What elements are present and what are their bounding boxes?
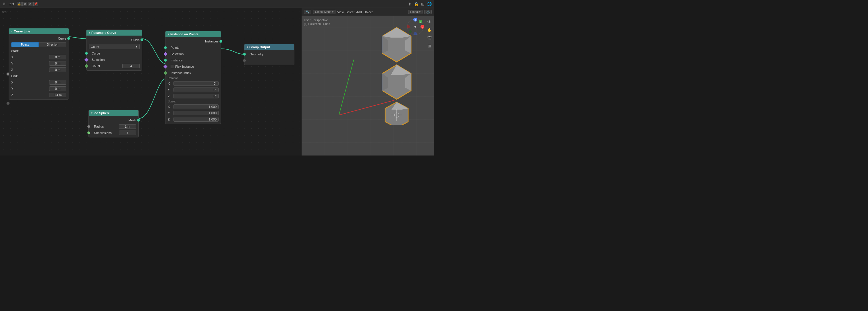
group-geometry-row: Geometry bbox=[244, 51, 294, 57]
viewport-tool-icon[interactable]: 🔧 bbox=[304, 10, 311, 14]
tab-copy-btn[interactable]: ⧉ bbox=[22, 2, 27, 6]
tab-close-btn[interactable]: ✕ bbox=[28, 2, 32, 6]
tab-points[interactable]: Points bbox=[11, 42, 39, 47]
scale-y-input[interactable]: 1.000 bbox=[174, 111, 219, 115]
end-y-input[interactable]: 0 m bbox=[49, 87, 66, 91]
topbar-icon-1[interactable]: ⬆ bbox=[408, 2, 412, 6]
instance-points-row: Points bbox=[165, 44, 221, 51]
instance-pick-socket bbox=[163, 65, 167, 69]
ico-body: Mesh Radius 1 m Subdivisions 1 bbox=[89, 116, 138, 137]
start-label-row: Start: bbox=[9, 47, 69, 54]
end-label-row: End: bbox=[9, 73, 69, 79]
viewport-collection-label: (1) Collection | Cube bbox=[304, 22, 330, 26]
scale-z-row: Z 1.000 bbox=[165, 116, 221, 123]
global-label: Global bbox=[410, 10, 418, 13]
rotation-x-label: X bbox=[168, 82, 174, 85]
svg-point-23 bbox=[407, 25, 410, 28]
rotation-z-input[interactable]: 0° bbox=[174, 94, 219, 98]
tab-controls: 🔒 ⧉ ✕ 📌 bbox=[17, 2, 38, 6]
svg-point-24 bbox=[409, 30, 412, 33]
scale-x-label: X bbox=[168, 105, 174, 108]
object-menu[interactable]: Object bbox=[364, 10, 373, 14]
overlay-icon-4[interactable]: ⊞ bbox=[426, 42, 433, 49]
global-dropdown[interactable]: Global ▾ bbox=[408, 10, 423, 14]
snap-btn[interactable]: ⚓ bbox=[424, 10, 432, 14]
end-x-row: X 0 m bbox=[9, 79, 69, 85]
ico-sphere-render bbox=[365, 25, 428, 125]
start-x-input[interactable]: 0 m bbox=[49, 55, 66, 59]
topbar-icon-4[interactable]: 🌐 bbox=[427, 2, 432, 6]
tab-pin-btn[interactable]: 📌 bbox=[33, 2, 38, 6]
object-mode-dropdown[interactable]: Object Mode ▾ bbox=[313, 10, 336, 14]
instance-index-label: Instance Index bbox=[168, 71, 191, 75]
viewport: 🔧 Object Mode ▾ View Select Add Object G… bbox=[302, 8, 434, 156]
instance-out-label: Instances bbox=[205, 40, 219, 43]
topbar-icon-2[interactable]: 🔒 bbox=[414, 2, 419, 6]
node-group-output: ▾ Group Output Geometry bbox=[244, 44, 294, 65]
group-output-body: Geometry bbox=[244, 50, 294, 65]
node-instance-on-points: ▾ Instance on Points Instances Points Se… bbox=[165, 31, 221, 124]
end-z-row: Z 3.4 m bbox=[9, 92, 69, 98]
chevron-icon: ▾ bbox=[11, 30, 13, 33]
svg-point-22 bbox=[413, 32, 417, 35]
overlay-icon-3[interactable]: 🎬 bbox=[426, 34, 433, 41]
scale-z-input[interactable]: 1.000 bbox=[174, 117, 219, 122]
ico-mesh-socket bbox=[137, 119, 140, 122]
select-menu[interactable]: Select bbox=[345, 10, 354, 14]
group-output-header: ▾ Group Output bbox=[244, 44, 294, 50]
scene-label: test bbox=[2, 10, 7, 14]
ico-radius-socket bbox=[87, 125, 90, 128]
start-y-input[interactable]: 0 m bbox=[49, 61, 66, 66]
resample-dropdown-value: Count bbox=[91, 45, 99, 48]
svg-point-1 bbox=[7, 102, 9, 105]
group-geometry-label: Geometry bbox=[247, 53, 264, 56]
ico-subdivisions-input[interactable]: 1 bbox=[119, 131, 136, 135]
rotation-y-input[interactable]: 0° bbox=[174, 88, 219, 92]
add-menu[interactable]: Add bbox=[356, 10, 362, 14]
ico-radius-row: Radius 1 m bbox=[89, 124, 138, 130]
ico-mesh-label: Mesh bbox=[128, 118, 136, 122]
tab-direction[interactable]: Direction bbox=[39, 42, 66, 47]
resample-count-label: Count bbox=[89, 64, 122, 68]
topbar-icon-3[interactable]: ⊞ bbox=[421, 2, 425, 6]
resample-dropdown-row: Count ▾ bbox=[87, 43, 142, 50]
node-resample-curve: ▾ Resample Curve Curve Count ▾ Curve bbox=[86, 30, 142, 71]
ico-subdivisions-label: Subdivisions bbox=[91, 131, 119, 135]
view-menu[interactable]: View bbox=[337, 10, 344, 14]
rotation-x-input[interactable]: 0° bbox=[174, 81, 219, 86]
instance-instance-row: Instance bbox=[165, 57, 221, 63]
tab-name: test bbox=[7, 2, 16, 6]
resample-curve-out-label: Curve bbox=[131, 38, 140, 42]
resample-curve-in-socket bbox=[85, 52, 88, 55]
ico-subdivisions-row: Subdivisions 1 bbox=[89, 130, 138, 136]
instance-index-socket bbox=[163, 71, 167, 75]
end-z-input[interactable]: 3.4 m bbox=[49, 93, 66, 97]
start-y-row: Y 0 m bbox=[9, 60, 69, 67]
end-x-input[interactable]: 0 m bbox=[49, 80, 66, 84]
start-z-input[interactable]: 0 m bbox=[49, 67, 66, 72]
overlay-icon-1[interactable]: 👁 bbox=[426, 19, 433, 25]
pick-checkbox[interactable] bbox=[170, 65, 174, 68]
resample-curve-in-label: Curve bbox=[89, 51, 100, 55]
overlay-icon-2[interactable]: ✋ bbox=[426, 26, 433, 33]
instance-selection-socket bbox=[163, 52, 167, 56]
node-editor-icon: 🖥 bbox=[2, 2, 6, 6]
scale-y-row: Y 1.000 bbox=[165, 110, 221, 116]
ico-radius-input[interactable]: 1 m bbox=[119, 124, 136, 129]
tab-save-btn[interactable]: 🔒 bbox=[17, 2, 22, 6]
resample-selection-row: Selection bbox=[87, 57, 142, 63]
instance-instance-socket bbox=[164, 59, 167, 62]
dropdown-chevron-icon: ▾ bbox=[136, 45, 137, 48]
group-output-title: Group Output bbox=[249, 45, 270, 49]
resample-dropdown[interactable]: Count ▾ bbox=[89, 44, 140, 49]
svg-text:Z: Z bbox=[415, 19, 416, 21]
nav-gizmo[interactable]: Z X Y bbox=[407, 18, 424, 35]
start-y-label: Y bbox=[11, 62, 49, 65]
group-geometry-socket bbox=[243, 53, 246, 56]
curve-line-curve-label: Curve bbox=[58, 37, 66, 40]
end-y-row: Y 0 m bbox=[9, 85, 69, 92]
resample-count-input[interactable]: 4 bbox=[122, 64, 140, 68]
scale-x-input[interactable]: 1.000 bbox=[174, 104, 219, 109]
ico-title: Ico Sphere bbox=[94, 111, 110, 115]
curve-line-body: Curve Points Direction Start: X 0 m Y 0 … bbox=[9, 34, 69, 99]
